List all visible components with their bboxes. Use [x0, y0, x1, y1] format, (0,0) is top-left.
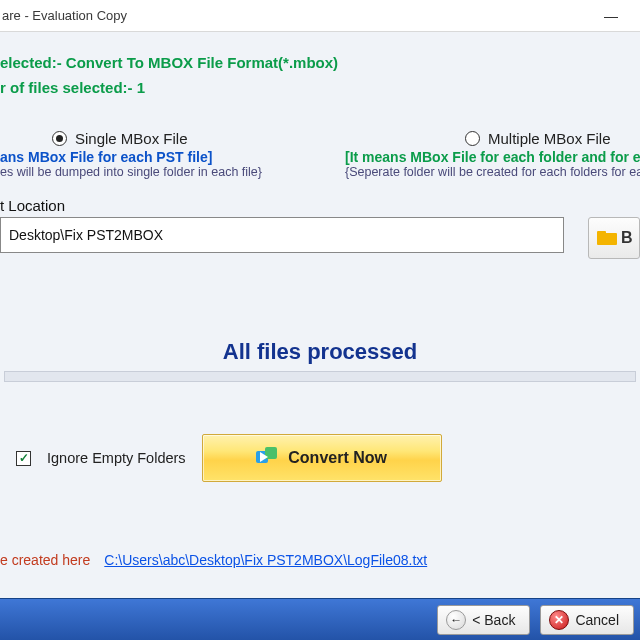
cancel-icon: ✕ — [549, 610, 569, 630]
multiple-mbox-option: Multiple MBox File [It means MBox File f… — [335, 130, 640, 179]
multiple-mbox-note: {Seperate folder will be created for eac… — [345, 165, 640, 179]
cancel-label: Cancel — [575, 612, 619, 628]
single-mbox-radio-row[interactable]: Single MBox File — [0, 130, 295, 147]
mbox-option-row: Single MBox File ans MBox File for each … — [0, 130, 640, 179]
selected-count-line: r of files selected:- 1 — [0, 75, 640, 100]
titlebar: are - Evaluation Copy — — [0, 0, 640, 32]
folder-icon — [597, 231, 617, 245]
log-line: e created here C:\Users\abc\Desktop\Fix … — [0, 552, 640, 568]
window-title: are - Evaluation Copy — [2, 8, 588, 23]
single-mbox-option: Single MBox File ans MBox File for each … — [0, 130, 295, 179]
single-mbox-subtitle: ans MBox File for each PST file] — [0, 149, 295, 165]
output-location-label: t Location — [0, 197, 640, 217]
browse-label: B — [621, 229, 633, 247]
single-mbox-note: es will be dumped into single folder in … — [0, 165, 295, 179]
ignore-empty-checkbox[interactable] — [16, 451, 31, 466]
output-row: B — [0, 217, 640, 259]
single-mbox-label: Single MBox File — [75, 130, 188, 147]
progress-bar — [4, 371, 636, 382]
multiple-mbox-label: Multiple MBox File — [488, 130, 611, 147]
back-arrow-icon: ← — [446, 610, 466, 630]
progress-status: All files processed — [0, 339, 640, 365]
ignore-empty-label: Ignore Empty Folders — [47, 450, 186, 466]
action-row: Ignore Empty Folders Convert Now — [0, 434, 640, 482]
convert-label: Convert Now — [288, 449, 387, 467]
log-file-link[interactable]: C:\Users\abc\Desktop\Fix PST2MBOX\LogFil… — [104, 552, 427, 568]
browse-button[interactable]: B — [588, 217, 640, 259]
minimize-button[interactable]: — — [588, 1, 634, 31]
convert-now-button[interactable]: Convert Now — [202, 434, 442, 482]
multiple-mbox-radio-row[interactable]: Multiple MBox File — [345, 130, 640, 147]
radio-unselected-icon — [465, 131, 480, 146]
multiple-mbox-subtitle: [It means MBox File for each folder and … — [345, 149, 640, 165]
output-path-input[interactable] — [0, 217, 564, 253]
progress-section: All files processed — [0, 339, 640, 382]
radio-selected-icon — [52, 131, 67, 146]
content-area: elected:- Convert To MBOX File Format(*.… — [0, 32, 640, 568]
selected-format-line: elected:- Convert To MBOX File Format(*.… — [0, 50, 640, 75]
convert-icon — [256, 447, 278, 469]
back-label: < Back — [472, 612, 515, 628]
log-prefix: e created here — [0, 552, 90, 568]
cancel-button[interactable]: ✕ Cancel — [540, 605, 634, 635]
back-button[interactable]: ← < Back — [437, 605, 530, 635]
wizard-bar: ← < Back ✕ Cancel — [0, 598, 640, 640]
